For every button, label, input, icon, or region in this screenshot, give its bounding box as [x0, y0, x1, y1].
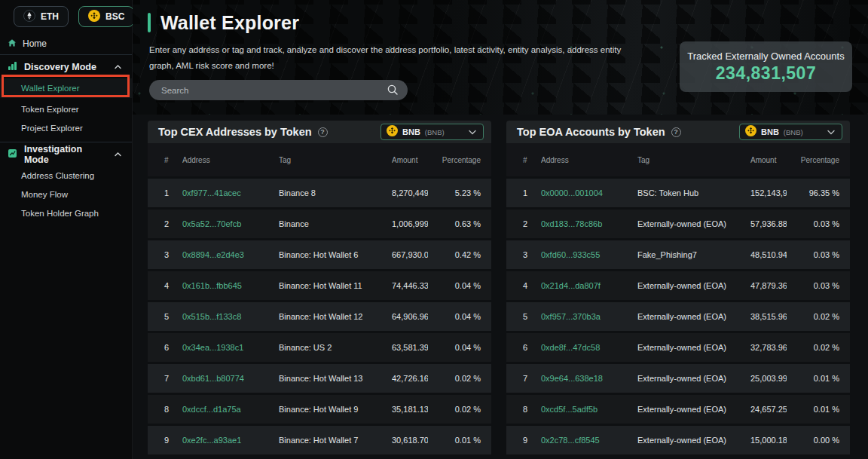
- search-bar: [149, 80, 408, 100]
- table-column-header: # Address Tag Amount Percentage: [506, 143, 850, 176]
- column-header: Tag: [637, 156, 750, 164]
- address-link[interactable]: 0xe2fc...a93ae1: [182, 436, 279, 445]
- address-link[interactable]: 0xfd60...933c55: [541, 250, 637, 259]
- address-link[interactable]: 0x9e64...638e18: [541, 374, 637, 383]
- tracked-accounts-value: 234,831,507: [716, 63, 816, 84]
- sidebar-item-home[interactable]: Home: [0, 36, 132, 51]
- sidebar-item-money-flow[interactable]: Money Flow: [0, 187, 132, 202]
- chevron-up-icon: [115, 152, 121, 157]
- rank-cell: 7: [506, 374, 541, 383]
- sidebar-section-investigation-mode[interactable]: Investigation Mode: [0, 147, 132, 162]
- token-name: BNB: [761, 127, 779, 136]
- table-row: 70x9e64...638e18Externally-owned (EOA)25…: [506, 364, 850, 393]
- sidebar-item-token-explorer[interactable]: Token Explorer: [0, 102, 132, 117]
- bnb-token-icon: [387, 125, 398, 139]
- percentage-cell: 0.42 %: [428, 250, 491, 259]
- percentage-cell: 0.03 %: [787, 219, 850, 228]
- table-row: 20x5a52...70efcbBinance1,006,999.930.63 …: [148, 210, 491, 238]
- sidebar-divider: [0, 142, 132, 142]
- token-select-dropdown[interactable]: BNB (BNB): [739, 124, 842, 140]
- tag-cell: Binance: Hot Wallet 13: [279, 374, 392, 383]
- table-header: Top EOA Accounts by Token ? BNB (BNB): [506, 121, 850, 143]
- token-select-dropdown[interactable]: BNB (BNB): [381, 124, 484, 140]
- help-icon[interactable]: ?: [671, 127, 681, 137]
- sidebar-section-discovery-mode[interactable]: Discovery Mode: [0, 60, 132, 75]
- table-body: 10x0000...001004BSC: Token Hub152,143,97…: [506, 179, 850, 454]
- hero-banner: Wallet Explorer Enter any address or tag…: [133, 0, 868, 115]
- table-row: 90x2c78...cf8545Externally-owned (EOA)15…: [506, 426, 850, 454]
- tables-row: Top CEX Addresses by Token ? BNB (BNB): [133, 115, 868, 454]
- address-link[interactable]: 0xd183...78c86b: [541, 219, 637, 228]
- address-link[interactable]: 0xcd5f...5adf5b: [541, 405, 637, 414]
- percentage-cell: 0.02 %: [428, 405, 491, 414]
- address-link[interactable]: 0x161b...fbb645: [182, 281, 279, 290]
- top-eoa-accounts-table: Top EOA Accounts by Token ? BNB (BNB): [506, 121, 850, 454]
- tag-cell: Externally-owned (EOA): [637, 281, 750, 290]
- token-symbol: (BNB): [784, 128, 803, 136]
- address-link[interactable]: 0xbd61...b80774: [182, 374, 279, 383]
- table-row: 30x8894...e2d4e3Binance: Hot Wallet 6667…: [148, 240, 491, 269]
- table-row: 70xbd61...b80774Binance: Hot Wallet 1342…: [148, 364, 491, 393]
- table-row: 10xf977...41acecBinance 88,270,449.585.2…: [148, 179, 491, 207]
- network-eth-button[interactable]: ETH: [14, 6, 69, 27]
- table-row: 40x161b...fbb645Binance: Hot Wallet 1174…: [148, 271, 491, 300]
- sidebar-item-address-clustering[interactable]: Address Clustering: [0, 168, 132, 183]
- table-row: 30xfd60...933c55Fake_Phishing748,510.940…: [506, 240, 850, 269]
- amount-cell: 35,181.13: [392, 405, 428, 414]
- network-switcher: ETH BSC: [0, 0, 132, 27]
- rank-cell: 4: [506, 281, 541, 290]
- tag-cell: Binance: [279, 219, 392, 228]
- column-header: Tag: [279, 156, 392, 164]
- table-title: Top CEX Addresses by Token: [158, 126, 312, 138]
- address-link[interactable]: 0x515b...f133c8: [182, 312, 279, 321]
- address-link[interactable]: 0x5a52...70efcb: [182, 219, 279, 228]
- address-link[interactable]: 0x21d4...da807f: [541, 281, 637, 290]
- column-header: Address: [541, 156, 637, 164]
- tag-cell: Binance: Hot Wallet 11: [279, 281, 392, 290]
- sidebar-item-token-holder-graph[interactable]: Token Holder Graph: [0, 206, 132, 221]
- table-row: 20xd183...78c86bExternally-owned (EOA)57…: [506, 210, 850, 238]
- address-link[interactable]: 0x0000...001004: [541, 188, 637, 197]
- search-input[interactable]: [149, 80, 408, 100]
- amount-cell: 57,936.88: [750, 219, 787, 228]
- title-accent-bar: [148, 13, 151, 32]
- page-description: Enter any address or tag and track, anal…: [149, 42, 635, 73]
- rank-cell: 6: [148, 343, 182, 352]
- top-cex-addresses-table: Top CEX Addresses by Token ? BNB (BNB): [148, 121, 491, 454]
- sidebar-item-wallet-explorer[interactable]: Wallet Explorer: [0, 78, 132, 98]
- address-link[interactable]: 0xf957...370b3a: [541, 312, 637, 321]
- sidebar-item-project-explorer[interactable]: Project Explorer: [0, 121, 132, 136]
- percentage-cell: 0.00 %: [787, 436, 850, 445]
- address-link[interactable]: 0x34ea...1938c1: [182, 343, 279, 352]
- main-content: Wallet Explorer Enter any address or tag…: [133, 0, 868, 459]
- address-link[interactable]: 0xf977...41acec: [182, 188, 279, 197]
- column-header: Amount: [392, 156, 428, 164]
- address-link[interactable]: 0xde8f...47dc58: [541, 343, 637, 352]
- help-icon[interactable]: ?: [318, 127, 328, 137]
- tag-cell: Binance: Hot Wallet 7: [279, 436, 392, 445]
- percentage-cell: 0.63 %: [428, 219, 491, 228]
- percentage-cell: 0.01 %: [787, 374, 850, 383]
- tag-cell: Externally-owned (EOA): [637, 219, 750, 228]
- percentage-cell: 0.03 %: [787, 281, 850, 290]
- search-icon[interactable]: [387, 84, 399, 99]
- address-link[interactable]: 0x2c78...cf8545: [541, 436, 637, 445]
- tag-cell: Binance: Hot Wallet 12: [279, 312, 392, 321]
- amount-cell: 64,906.96: [392, 312, 428, 321]
- network-label: ETH: [41, 11, 59, 22]
- token-symbol: (BNB): [425, 128, 445, 136]
- network-bsc-button[interactable]: BSC: [78, 6, 134, 27]
- column-header: Percentage: [787, 156, 850, 164]
- bsc-icon: [88, 10, 100, 24]
- table-row: 10x0000...001004BSC: Token Hub152,143,97…: [506, 179, 850, 207]
- address-link[interactable]: 0xdccf...d1a75a: [182, 405, 279, 414]
- amount-cell: 74,446.33: [392, 281, 428, 290]
- rank-cell: 2: [506, 219, 541, 228]
- percentage-cell: 0.04 %: [428, 281, 491, 290]
- percentage-cell: 0.01 %: [428, 436, 491, 445]
- amount-cell: 48,510.94: [750, 250, 787, 259]
- percentage-cell: 96.35 %: [787, 188, 850, 197]
- address-link[interactable]: 0x8894...e2d4e3: [182, 250, 279, 259]
- amount-cell: 152,143,976.33: [750, 188, 787, 197]
- eth-icon: [23, 10, 35, 24]
